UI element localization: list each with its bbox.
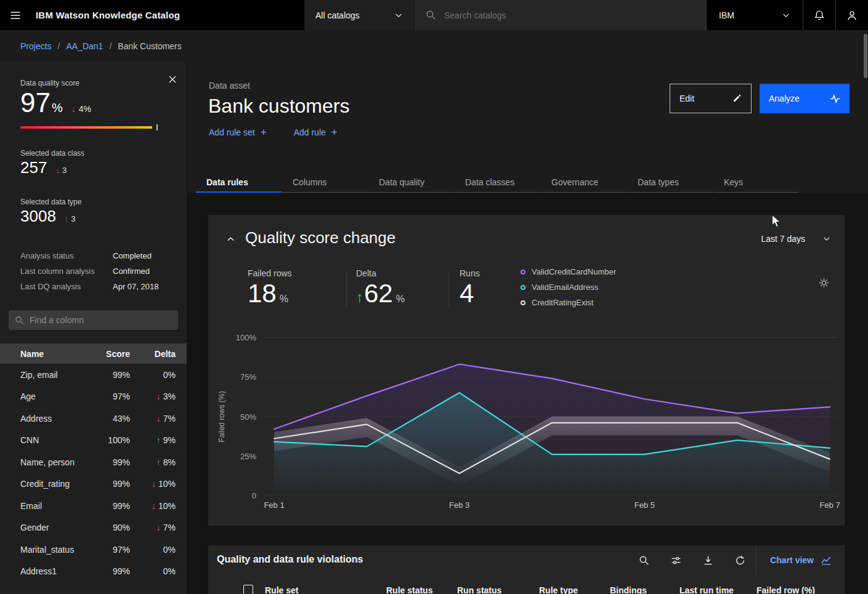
analyze-button[interactable]: Analyze	[760, 84, 850, 113]
app-header: IBM Watson Knowledge Catalog All catalog…	[0, 0, 868, 30]
bell-icon	[814, 10, 825, 21]
column-score: 99%	[95, 501, 130, 511]
add-rule-label: Add rule	[294, 127, 326, 137]
svg-text:Feb 7: Feb 7	[819, 500, 840, 510]
column-name: Address	[20, 414, 95, 423]
notifications-button[interactable]	[803, 0, 835, 30]
hamburger-icon	[9, 9, 22, 22]
add-rule-set-link[interactable]: Add rule set +	[209, 127, 267, 137]
user-profile-button[interactable]	[835, 0, 868, 30]
column-row[interactable]: Gender90%↓7%	[0, 517, 187, 539]
catalog-search-input[interactable]	[444, 10, 695, 20]
find-column-input[interactable]	[30, 315, 172, 325]
column-name: CNN	[20, 435, 95, 445]
tab-data-classes[interactable]: Data classes	[455, 172, 540, 193]
breadcrumb-link[interactable]: AA_Dan1	[66, 41, 103, 51]
tab-columns[interactable]: Columns	[282, 172, 368, 193]
search-button[interactable]	[628, 545, 660, 575]
pencil-icon	[732, 94, 742, 103]
down-arrow-icon: ↓	[152, 479, 156, 489]
time-range-selector[interactable]: Last 7 days	[761, 234, 831, 244]
tab-governance[interactable]: Governance	[541, 172, 627, 193]
chart-view-toggle[interactable]: Chart view	[756, 545, 845, 575]
legend-dot-icon	[521, 270, 525, 275]
activity-icon	[830, 94, 840, 104]
close-icon	[168, 75, 177, 84]
hamburger-menu-button[interactable]	[0, 0, 30, 30]
refresh-button[interactable]	[724, 545, 756, 575]
tab-data-quality[interactable]: Data quality	[368, 172, 454, 193]
search-icon	[426, 10, 436, 20]
column-row[interactable]: Zip, email99%0%	[0, 364, 187, 386]
edit-button[interactable]: Edit	[670, 84, 752, 113]
tab-data-types[interactable]: Data types	[627, 172, 713, 193]
scrollbar-thumb[interactable]	[864, 34, 867, 78]
column-row[interactable]: Email99%↓10%	[0, 495, 187, 517]
chart-settings-button[interactable]	[816, 275, 831, 290]
download-button[interactable]	[692, 545, 724, 575]
column-header-name: Name	[20, 349, 95, 359]
chart-view-label: Chart view	[770, 555, 814, 565]
data-type-label: Selected data type	[20, 198, 187, 206]
column-score: 97%	[95, 545, 130, 555]
column-row[interactable]: Credit_rating99%↓10%	[0, 473, 187, 496]
metric-label: Failed rows	[248, 268, 292, 278]
svg-text:Failed rows (%): Failed rows (%)	[217, 391, 226, 442]
legend-item[interactable]: ValidEmailAddress	[521, 279, 616, 295]
filter-button[interactable]	[660, 545, 692, 575]
add-rule-set-label: Add rule set	[209, 127, 255, 137]
settings-adjust-icon	[671, 555, 681, 566]
legend-dot-icon	[521, 285, 525, 290]
violations-column-header: Last run time	[679, 585, 734, 594]
analyze-button-label: Analyze	[769, 94, 800, 103]
asset-kind-label: Data asset	[209, 81, 250, 90]
collapse-card-button[interactable]	[223, 231, 238, 246]
data-type-value: 3008	[20, 206, 56, 226]
info-label: Last column analysis	[20, 267, 113, 276]
svg-text:Feb 1: Feb 1	[264, 500, 284, 510]
up-arrow-icon: ↑	[356, 289, 363, 306]
legend-label: CreditRatingExist	[532, 298, 593, 307]
column-row[interactable]: Address43%↓7%	[0, 407, 187, 430]
legend-item[interactable]: ValidCreditCardNumber	[521, 264, 616, 279]
column-name: Gender	[20, 523, 95, 532]
select-all-checkbox[interactable]	[243, 585, 253, 594]
up-arrow-icon: ↑	[156, 457, 161, 467]
search-icon	[15, 316, 24, 325]
column-row[interactable]: CNN100%↑9%	[0, 430, 187, 452]
breadcrumb: Projects/AA_Dan1/Bank Customers	[0, 30, 868, 62]
violations-header-row: Rule setRule statusRun statusRule typeBi…	[208, 575, 845, 594]
chevron-up-icon	[226, 235, 235, 244]
tab-data-rules[interactable]: Data rules	[196, 172, 282, 193]
data-class-label: Selected data class	[20, 149, 187, 158]
column-delta: ↓10%	[130, 479, 176, 489]
close-sidebar-button[interactable]	[166, 73, 179, 86]
down-arrow-icon: ↓	[71, 104, 76, 114]
down-arrow-icon: ↓	[55, 166, 60, 175]
column-score: 99%	[95, 479, 130, 489]
column-name: Credit_rating	[20, 479, 95, 489]
violations-column-header: Rule type	[539, 585, 578, 594]
column-row[interactable]: Address199%0%	[0, 561, 187, 583]
catalog-search[interactable]	[414, 0, 706, 30]
column-row[interactable]: Age97%↓3%	[0, 386, 187, 408]
violations-column-header: Rule set	[265, 585, 298, 594]
metric-label: Runs	[460, 268, 480, 278]
column-row[interactable]: Marital_status97%0%	[0, 539, 187, 561]
legend-item[interactable]: CreditRatingExist	[521, 295, 616, 310]
info-label: Analysis status	[20, 251, 113, 260]
user-icon	[846, 10, 858, 21]
column-score: 99%	[95, 370, 130, 380]
catalog-selector[interactable]: All catalogs	[304, 0, 414, 30]
account-selector[interactable]: IBM	[706, 0, 803, 30]
find-column-search[interactable]	[9, 310, 178, 330]
breadcrumb-link[interactable]: Projects	[20, 41, 52, 51]
down-arrow-icon: ↓	[156, 391, 161, 401]
column-delta: 0%	[130, 566, 176, 576]
page-title: Bank customers	[208, 95, 349, 118]
column-row[interactable]: Name, person99%↑8%	[0, 451, 187, 473]
column-header-delta: Delta	[130, 349, 176, 359]
tab-keys[interactable]: Keys	[713, 172, 799, 193]
data-class-value: 257	[20, 158, 47, 177]
add-rule-link[interactable]: Add rule +	[294, 127, 338, 137]
